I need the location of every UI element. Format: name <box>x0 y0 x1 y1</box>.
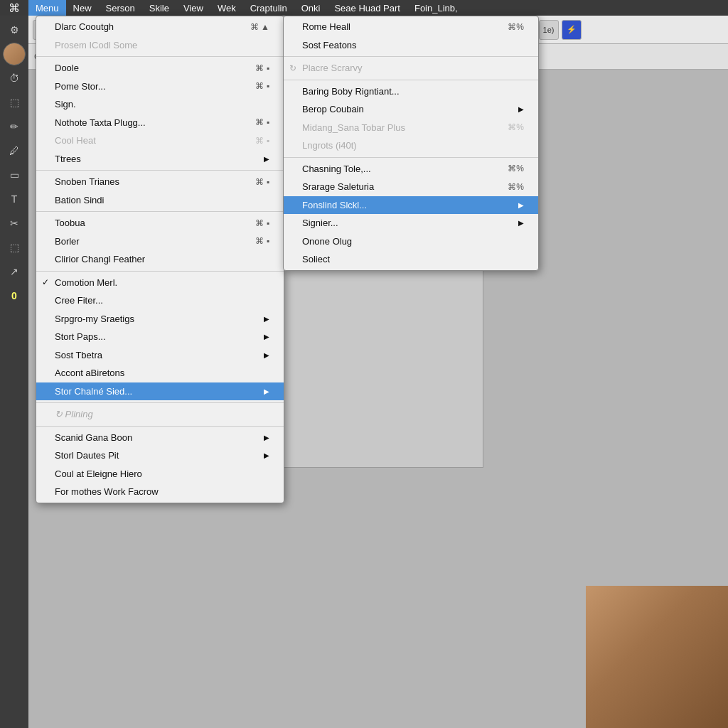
tool-settings[interactable]: ⚙ <box>3 18 26 41</box>
shortcut: ⌘ ▪ <box>255 134 269 147</box>
menubar-view[interactable]: View <box>176 0 210 16</box>
menu-item-sost[interactable]: Sost Tbetra ▶ <box>36 346 284 365</box>
shortcut: ⌘% <box>508 21 524 33</box>
menu-item-scanid[interactable]: Scanid Gana Boon ▶ <box>36 429 284 447</box>
sub-sost-featons[interactable]: Sost Featons <box>284 36 538 55</box>
sub-signier[interactable]: Signier... ▶ <box>284 214 538 232</box>
tool-scissors[interactable]: ✂ <box>3 212 26 235</box>
menu-label: ↻ Plining <box>55 407 93 422</box>
menu-item-dlarc[interactable]: Dlarc Cooutgh ⌘ ▲ <box>36 18 284 36</box>
tool-layers[interactable]: ⬚ <box>3 91 26 114</box>
tool-zero[interactable]: 0 <box>3 284 26 307</box>
menu-item-for-mothes[interactable]: For mothes Work Facrow <box>36 483 284 501</box>
sub-rome-heall[interactable]: Rome Heall ⌘% <box>284 18 538 36</box>
sub-soliect[interactable]: Soliect <box>284 250 538 269</box>
tool-avatar[interactable] <box>3 43 26 65</box>
menu-item-toobua[interactable]: Toobua ⌘ ▪ <box>36 214 284 232</box>
menu-label: Accont aBiretons <box>55 366 124 380</box>
menu-item-plining: ↻ Plining <box>36 405 284 424</box>
sidebar: ⚙ ⏱ ⬚ ✏ 🖊 ▭ T ✂ ⬚ ↗ 0 <box>0 16 28 728</box>
shortcut: ⌘ ▪ <box>255 217 269 230</box>
menu-label: Sign. <box>55 97 76 112</box>
menu-label: Onone Olug <box>302 235 352 249</box>
menu-label: Sost Featons <box>302 38 357 53</box>
menu-label: Signier... <box>302 216 338 230</box>
tool-pencil[interactable]: ✏ <box>3 115 26 138</box>
menu-item-pome[interactable]: Pome Stor... ⌘ ▪ <box>36 77 284 96</box>
menu-item-cree[interactable]: Cree Fiter... <box>36 291 284 310</box>
menu-item-nothote[interactable]: Nothote Taxta Plugg... ⌘ ▪ <box>36 114 284 132</box>
sub-fonslind[interactable]: Fonslind Slckl... ▶ <box>284 196 538 215</box>
sub-chasning[interactable]: Chasning Tole,... ⌘% <box>284 160 538 178</box>
divider1 <box>36 56 284 57</box>
menubar-onki[interactable]: Onki <box>294 0 328 16</box>
btn-lightning[interactable]: ⚡ <box>562 20 582 40</box>
sub-lngrots: Lngrots (i40t) <box>284 136 538 155</box>
tool-pointer[interactable]: ↗ <box>3 260 26 283</box>
primary-menu: Dlarc Cooutgh ⌘ ▲ Prosem ICodl Some Dool… <box>36 16 284 503</box>
shortcut: ⌘ ▲ <box>250 21 269 33</box>
submenu-arrow-active: ▶ <box>264 386 269 397</box>
menu-item-prosem: Prosem ICodl Some <box>36 36 284 55</box>
menu-label: Soliect <box>302 252 330 267</box>
menu-label: Baring Boby Rigntiant... <box>302 85 400 99</box>
shortcut: ⌘ ▪ <box>255 116 269 129</box>
tool-text[interactable]: T <box>3 188 26 210</box>
menu-label: Srarage Saleturia <box>302 180 374 194</box>
sub-srarage[interactable]: Srarage Saleturia ⌘% <box>284 178 538 196</box>
menubar-craptulin[interactable]: Craptulin <box>243 0 294 16</box>
sub-baring[interactable]: Baring Boby Rigntiant... <box>284 82 538 101</box>
shortcut: ⌘ ▪ <box>255 176 269 188</box>
tool-pen[interactable]: 🖊 <box>3 139 26 162</box>
submenu-arrow: ▶ <box>264 432 269 443</box>
menubar-foin-linb[interactable]: Foin_Linb, <box>407 0 465 16</box>
menu-label: Bation Sindi <box>55 193 104 208</box>
menubar-new[interactable]: New <box>66 0 99 16</box>
submenu-arrow: ▶ <box>518 218 524 228</box>
menubar-menu[interactable]: Menu <box>28 0 66 16</box>
menu-item-accont[interactable]: Accont aBiretons <box>36 364 284 382</box>
face-background <box>586 586 728 728</box>
menu-item-coul[interactable]: Coul at Eleigne Hiero <box>36 465 284 483</box>
tool-select[interactable]: ⬚ <box>3 236 26 259</box>
menu-label: Chasning Tole,... <box>302 162 371 176</box>
apple-menu[interactable]: ⌘ <box>0 1 28 15</box>
menu-label: Scanid Gana Boon <box>55 431 132 445</box>
menu-item-doole[interactable]: Doole ⌘ ▪ <box>36 59 284 77</box>
menu-label: Cool Heat <box>55 134 96 148</box>
menu-label: Placre Scrarvy <box>302 61 363 75</box>
submenu-arrow: ▶ <box>264 314 269 324</box>
menu-label: Prosem ICodl Some <box>55 38 137 53</box>
menubar-wek[interactable]: Wek <box>210 0 243 16</box>
tool-rect[interactable]: ▭ <box>3 164 26 186</box>
menu-item-bation[interactable]: Bation Sindi <box>36 191 284 210</box>
divider6 <box>36 426 284 427</box>
menu-item-borler[interactable]: Borler ⌘ ▪ <box>36 232 284 251</box>
menu-item-comotion[interactable]: ✓ Comotion Merl. <box>36 274 284 292</box>
menu-item-storl[interactable]: Storl Dautes Pit ▶ <box>36 446 284 465</box>
divider5 <box>36 402 284 403</box>
menu-label: Stort Paps... <box>55 330 106 344</box>
menubar-seae-huad[interactable]: Seae Huad Part <box>327 0 407 16</box>
menu-item-srpgro[interactable]: Srpgro-my Sraetigs ▶ <box>36 310 284 328</box>
shortcut: ⌘% <box>508 162 524 175</box>
tool-clock[interactable]: ⏱ <box>3 67 26 90</box>
menu-item-clirior[interactable]: Clirior Changl Feather <box>36 250 284 269</box>
sub-div3 <box>284 157 538 158</box>
sub-berop[interactable]: Berop Coubain ▶ <box>284 100 538 119</box>
menu-item-stort[interactable]: Stort Paps... ▶ <box>36 328 284 346</box>
sub-onone[interactable]: Onone Olug <box>284 232 538 251</box>
menubar-serson[interactable]: Serson <box>99 0 142 16</box>
menu-label: Pome Stor... <box>55 80 106 94</box>
btn-1e[interactable]: 1e) <box>539 20 559 40</box>
shortcut: ⌘% <box>508 121 524 134</box>
menu-label: Snoben Trianes <box>55 175 119 189</box>
menubar-skile[interactable]: Skile <box>142 0 176 16</box>
menu-item-snoben[interactable]: Snoben Trianes ⌘ ▪ <box>36 173 284 191</box>
menu-label: Cree Fiter... <box>55 294 103 308</box>
submenu-arrow: ▶ <box>264 331 269 342</box>
menu-item-ttrees[interactable]: Ttrees ▶ <box>36 150 284 168</box>
sub-div2 <box>284 80 538 80</box>
menu-item-stor-chalne[interactable]: Stor Chalné Sied... ▶ <box>36 382 284 401</box>
menu-item-sign[interactable]: Sign. <box>36 95 284 114</box>
